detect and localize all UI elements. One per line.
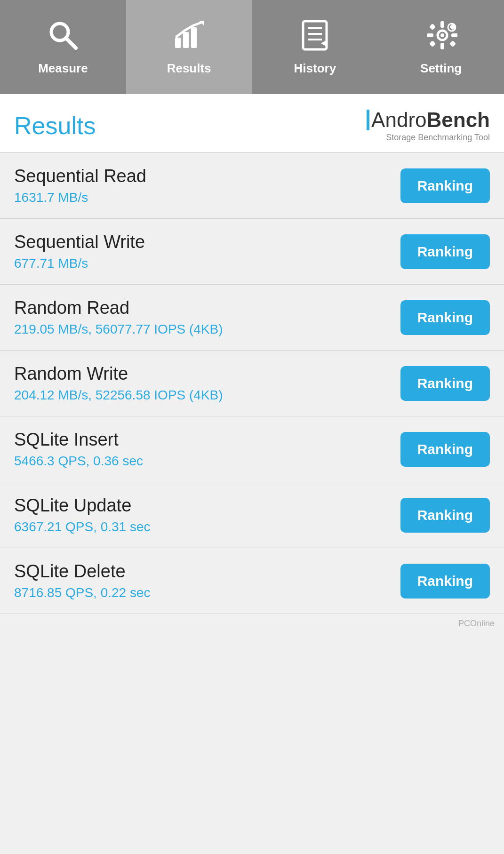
result-value-sqlite-insert: 5466.3 QPS, 0.36 sec	[14, 454, 143, 469]
svg-rect-2	[175, 38, 181, 48]
brand-logo: AndroBench Storage Benchmarking Tool	[367, 108, 490, 143]
page-header: Results AndroBench Storage Benchmarking …	[0, 94, 504, 153]
results-icon	[173, 19, 206, 56]
brand-bench: Bench	[427, 108, 490, 132]
ranking-btn-sqlite-delete[interactable]: Ranking	[400, 564, 490, 599]
result-value-sequential-write: 677.71 MB/s	[14, 256, 145, 271]
svg-rect-16	[451, 33, 457, 37]
svg-line-1	[66, 38, 76, 48]
svg-rect-19	[429, 40, 436, 47]
brand-sub: Storage Benchmarking Tool	[386, 133, 490, 143]
svg-rect-14	[440, 43, 444, 49]
ranking-btn-sqlite-insert[interactable]: Ranking	[400, 432, 490, 467]
result-info-sqlite-update: SQLite Update 6367.21 QPS, 0.31 sec	[14, 495, 151, 535]
result-name-sqlite-update: SQLite Update	[14, 495, 151, 516]
measure-icon	[47, 19, 80, 56]
result-info-random-read: Random Read 219.05 MB/s, 56077.77 IOPS (…	[14, 298, 223, 337]
svg-rect-20	[449, 40, 456, 47]
brand-name: AndroBench	[367, 108, 490, 132]
page-title: Results	[14, 112, 96, 140]
svg-rect-3	[183, 32, 189, 48]
ranking-btn-sequential-write[interactable]: Ranking	[400, 234, 490, 269]
result-info-sqlite-insert: SQLite Insert 5466.3 QPS, 0.36 sec	[14, 430, 143, 469]
result-value-sqlite-update: 6367.21 QPS, 0.31 sec	[14, 519, 151, 535]
brand-bar	[367, 110, 369, 130]
result-row-random-write: Random Write 204.12 MB/s, 52256.58 IOPS …	[0, 351, 504, 416]
nav-history[interactable]: History	[252, 0, 378, 94]
result-row-sqlite-insert: SQLite Insert 5466.3 QPS, 0.36 sec Ranki…	[0, 416, 504, 482]
nav-bar: Measure Results History	[0, 0, 504, 94]
result-value-random-read: 219.05 MB/s, 56077.77 IOPS (4KB)	[14, 322, 223, 337]
result-name-random-read: Random Read	[14, 298, 223, 318]
nav-history-label: History	[294, 61, 336, 76]
result-row-sqlite-delete: SQLite Delete 8716.85 QPS, 0.22 sec Rank…	[0, 548, 504, 614]
nav-measure[interactable]: Measure	[0, 0, 126, 94]
result-info-sequential-read: Sequential Read 1631.7 MB/s	[14, 166, 146, 205]
result-row-sequential-read: Sequential Read 1631.7 MB/s Ranking	[0, 153, 504, 219]
results-list: Sequential Read 1631.7 MB/s Ranking Sequ…	[0, 153, 504, 614]
ranking-btn-sequential-read[interactable]: Ranking	[400, 168, 490, 203]
result-info-sqlite-delete: SQLite Delete 8716.85 QPS, 0.22 sec	[14, 561, 151, 600]
svg-rect-15	[427, 33, 433, 37]
result-name-sqlite-delete: SQLite Delete	[14, 561, 151, 582]
result-name-sqlite-insert: SQLite Insert	[14, 430, 143, 450]
nav-setting-label: Setting	[420, 61, 462, 76]
brand-andro: Andro	[371, 108, 426, 132]
ranking-btn-random-write[interactable]: Ranking	[400, 366, 490, 401]
svg-point-12	[440, 33, 444, 37]
result-name-random-write: Random Write	[14, 364, 223, 384]
result-row-sqlite-update: SQLite Update 6367.21 QPS, 0.31 sec Rank…	[0, 482, 504, 548]
result-value-sequential-read: 1631.7 MB/s	[14, 190, 146, 205]
svg-rect-4	[191, 27, 197, 48]
svg-marker-10	[321, 40, 328, 47]
result-row-sequential-write: Sequential Write 677.71 MB/s Ranking	[0, 219, 504, 285]
watermark: PCOnline	[0, 614, 504, 633]
history-icon	[298, 19, 331, 56]
nav-results-label: Results	[167, 61, 211, 76]
result-value-random-write: 204.12 MB/s, 52256.58 IOPS (4KB)	[14, 388, 223, 403]
svg-rect-13	[440, 21, 444, 28]
nav-results[interactable]: Results	[126, 0, 252, 94]
result-name-sequential-read: Sequential Read	[14, 166, 146, 186]
svg-rect-6	[303, 21, 327, 49]
result-value-sqlite-delete: 8716.85 QPS, 0.22 sec	[14, 585, 151, 600]
setting-icon	[424, 19, 457, 56]
result-info-sequential-write: Sequential Write 677.71 MB/s	[14, 232, 145, 271]
ranking-btn-random-read[interactable]: Ranking	[400, 300, 490, 335]
ranking-btn-sqlite-update[interactable]: Ranking	[400, 498, 490, 533]
nav-setting[interactable]: Setting	[378, 0, 504, 94]
result-name-sequential-write: Sequential Write	[14, 232, 145, 252]
svg-point-22	[450, 26, 453, 29]
nav-measure-label: Measure	[38, 61, 88, 76]
result-info-random-write: Random Write 204.12 MB/s, 52256.58 IOPS …	[14, 364, 223, 403]
result-row-random-read: Random Read 219.05 MB/s, 56077.77 IOPS (…	[0, 285, 504, 351]
svg-rect-17	[429, 23, 436, 30]
